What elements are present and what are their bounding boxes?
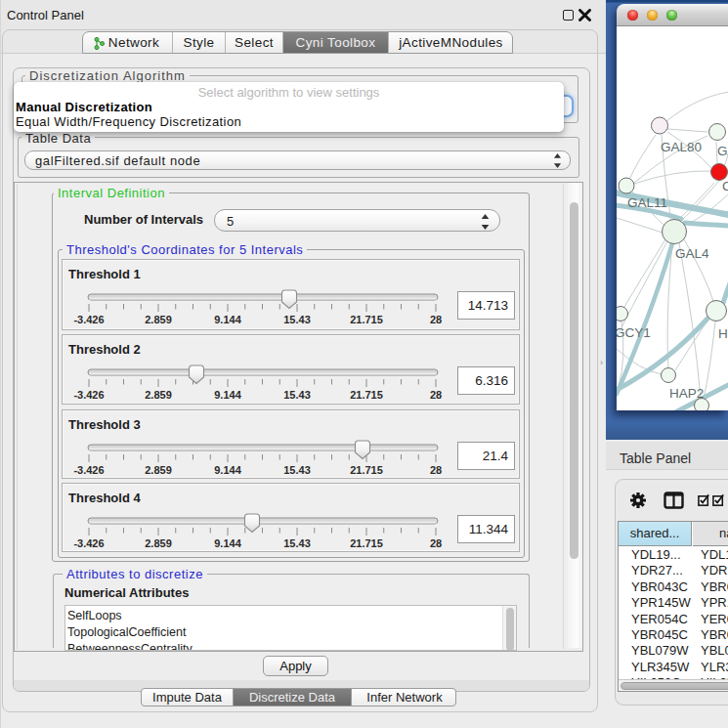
svg-text:28: 28 [430, 389, 442, 401]
svg-text:2.859: 2.859 [145, 537, 172, 549]
svg-text:2.859: 2.859 [145, 314, 172, 325]
svg-text:HAP2: HAP2 [669, 386, 704, 401]
svg-text:-3.426: -3.426 [73, 537, 104, 549]
svg-text:9.144: 9.144 [214, 314, 241, 325]
svg-text:H: H [718, 326, 728, 341]
svg-text:15.43: 15.43 [283, 389, 311, 401]
svg-text:21.715: 21.715 [350, 389, 383, 401]
svg-text:28: 28 [430, 537, 442, 549]
svg-text:15.43: 15.43 [283, 464, 311, 476]
svg-text:-3.426: -3.426 [73, 389, 104, 401]
svg-text:GA: GA [717, 144, 728, 158]
svg-text:2.859: 2.859 [145, 389, 172, 401]
svg-text:9.144: 9.144 [214, 464, 241, 476]
svg-text:2.859: 2.859 [145, 464, 172, 476]
svg-text:GAL4: GAL4 [675, 246, 709, 261]
svg-text:21.715: 21.715 [350, 537, 383, 549]
svg-text:-3.426: -3.426 [73, 314, 104, 325]
svg-text:15.43: 15.43 [283, 314, 311, 325]
svg-text:28: 28 [430, 464, 442, 476]
svg-text:9.144: 9.144 [214, 537, 241, 549]
svg-text:C: C [722, 179, 728, 193]
svg-text:GCY1: GCY1 [617, 325, 651, 340]
svg-text:-3.426: -3.426 [73, 464, 104, 476]
svg-text:GAL11: GAL11 [627, 195, 667, 210]
svg-text:GAL80: GAL80 [661, 140, 702, 154]
svg-text:15.43: 15.43 [283, 537, 311, 549]
svg-text:21.715: 21.715 [350, 314, 383, 325]
svg-text:21.715: 21.715 [350, 464, 383, 476]
svg-text:28: 28 [430, 314, 442, 325]
svg-text:9.144: 9.144 [214, 389, 241, 401]
